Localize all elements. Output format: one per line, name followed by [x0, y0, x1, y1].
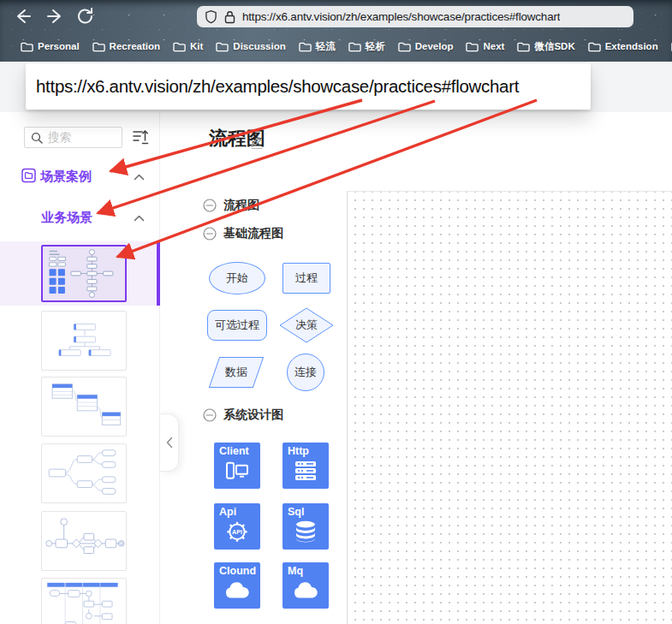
example-thumbnail-er-diagram[interactable] [41, 377, 127, 437]
stencil-shape-data[interactable]: 数据 [209, 357, 264, 388]
cloud-icon [224, 581, 250, 598]
server-icon [294, 461, 317, 481]
example-thumbnail-mindmap[interactable] [41, 443, 127, 503]
svg-text:API: API [232, 528, 242, 536]
selected-example-indicator [157, 241, 160, 306]
stencil-tile-mq[interactable]: Mq [282, 562, 329, 609]
bookmark-folder[interactable]: 轻析 [348, 40, 385, 53]
stencil-shape-process[interactable]: 过程 [282, 263, 330, 294]
stencil-tile-clound[interactable]: Clound [214, 562, 260, 609]
lock-icon [224, 10, 235, 24]
sidebar-collapse-handle[interactable] [160, 413, 179, 472]
stencil-shape-optional-process[interactable]: 可选过程 [207, 310, 267, 341]
chevron-up-icon [134, 174, 145, 181]
bookmark-folder[interactable]: 轻流 [299, 40, 336, 53]
subcategory-label: 业务场景 [41, 210, 92, 226]
search-placeholder: 搜索 [48, 130, 71, 146]
case-folder-icon [21, 168, 36, 183]
chevron-up-icon [134, 215, 145, 222]
url-callout: https://x6.antv.vision/zh/examples/showc… [26, 63, 591, 110]
url-callout-text: https://x6.antv.vision/zh/examples/showc… [36, 76, 519, 97]
client-devices-icon [225, 461, 249, 479]
bookmark-folder[interactable]: Kit [173, 41, 203, 52]
examples-sidebar: 搜索 场景案例 业务场景 [0, 112, 160, 624]
search-icon [31, 132, 43, 144]
stencil-tile-http[interactable]: Http [282, 443, 329, 489]
example-thumbnail-flowchart[interactable] [41, 245, 127, 302]
example-thumbnail-tree[interactable] [41, 311, 127, 371]
stencil-shape-connect[interactable]: 连接 [287, 354, 324, 391]
bookmark-folder[interactable]: Recreation [92, 41, 160, 52]
examples-page: 搜索 场景案例 业务场景 [0, 112, 672, 624]
search-input[interactable]: 搜索 [24, 127, 122, 148]
bookmark-folder[interactable]: Next [466, 41, 504, 52]
shield-icon [205, 9, 217, 24]
bookmark-folder[interactable]: Extendsion [588, 41, 658, 52]
collapse-minus-icon [203, 227, 217, 241]
database-icon [294, 520, 317, 543]
bookmark-folder[interactable]: Personal [21, 41, 80, 52]
stencil-tile-client[interactable]: Client [214, 443, 260, 489]
stencil-shape-start[interactable]: 开始 [209, 262, 265, 294]
collapse-minus-icon [203, 199, 217, 212]
example-thumbnail-swimlane[interactable] [41, 578, 127, 624]
graph-canvas[interactable] [348, 192, 672, 624]
sort-icon[interactable] [132, 128, 149, 146]
reload-icon[interactable] [75, 7, 96, 26]
back-icon[interactable] [13, 7, 33, 26]
stencil-group-flowchart[interactable]: 流程图 [203, 198, 259, 213]
url-text: https://x6.antv.vision/zh/examples/showc… [242, 10, 560, 23]
example-thumbnail-bpmn[interactable] [41, 511, 127, 571]
bookmarks-bar: Personal Recreation Kit Discussion 轻流 轻析… [0, 33, 672, 60]
stencil-panel: 流程图 基础流程图 开始 过程 可选过程 决策 数据 连接 系统设计图 Clie… [195, 191, 347, 624]
bookmark-folder[interactable]: 微信SDK [517, 40, 574, 53]
sidebar-item-scene-cases[interactable]: 场景案例 [0, 167, 160, 189]
sidebar-item-business-scenes[interactable]: 业务场景 [0, 208, 160, 230]
stencil-group-basic-flowchart[interactable]: 基础流程图 [203, 226, 283, 241]
api-gear-icon: API [226, 520, 249, 543]
stencil-group-system-design[interactable]: 系统设计图 [203, 407, 283, 423]
browser-chrome: https://x6.antv.vision/zh/examples/showc… [0, 0, 672, 62]
stencil-tile-sql[interactable]: Sql [282, 503, 329, 550]
edit-title-icon[interactable] [249, 134, 265, 150]
forward-icon[interactable] [45, 7, 65, 26]
chevron-left-icon [166, 437, 173, 449]
address-bar[interactable]: https://x6.antv.vision/zh/examples/showc… [197, 6, 633, 27]
cloud-icon [293, 581, 318, 598]
bookmark-folder[interactable]: Develop [398, 41, 454, 52]
stencil-tile-api[interactable]: Api API [214, 503, 260, 550]
category-label: 场景案例 [40, 169, 92, 185]
collapse-minus-icon [203, 408, 217, 422]
stencil-shape-decision[interactable]: 决策 [279, 307, 334, 343]
bookmark-folder[interactable]: Discussion [216, 41, 285, 52]
